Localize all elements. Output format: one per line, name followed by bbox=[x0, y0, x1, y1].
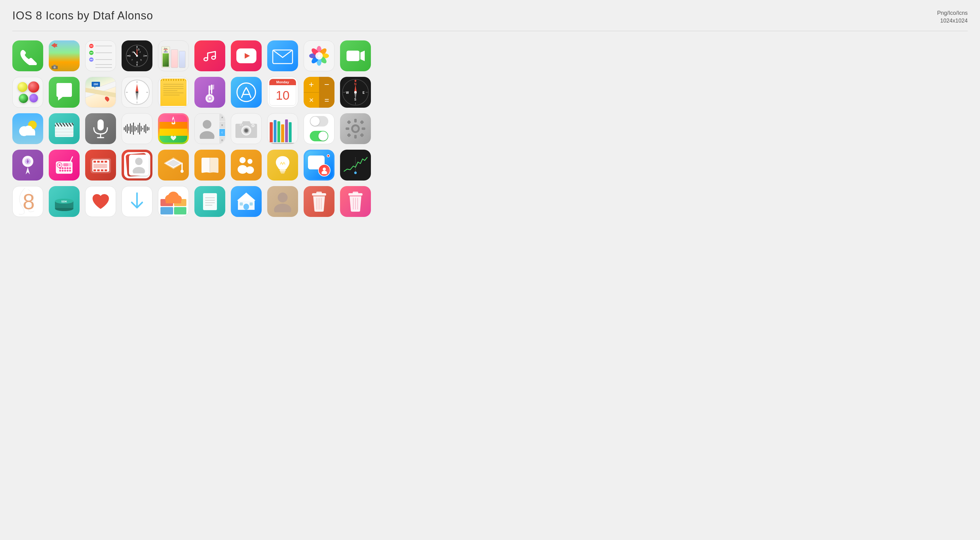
svg-rect-86 bbox=[127, 124, 128, 133]
svg-point-106 bbox=[245, 129, 248, 132]
camera-icon[interactable] bbox=[231, 113, 262, 144]
svg-point-109 bbox=[240, 124, 241, 126]
flash-cards-icon[interactable] bbox=[85, 150, 116, 180]
periscope-icon[interactable]: i bbox=[12, 150, 43, 180]
svg-text:2: 2 bbox=[140, 51, 141, 53]
books-icon[interactable] bbox=[194, 150, 225, 180]
svg-rect-164 bbox=[280, 169, 286, 171]
facetime-icon[interactable] bbox=[340, 40, 371, 71]
notes3-icon[interactable] bbox=[194, 186, 225, 217]
svg-marker-190 bbox=[237, 193, 256, 201]
mail-icon[interactable] bbox=[267, 40, 298, 71]
screen-sharing-icon[interactable] bbox=[304, 150, 334, 180]
svg-rect-96 bbox=[142, 128, 143, 130]
svg-rect-114 bbox=[354, 135, 357, 139]
cloud-photos-icon[interactable] bbox=[158, 186, 189, 217]
svg-rect-98 bbox=[145, 124, 146, 133]
health-icon[interactable] bbox=[158, 113, 189, 144]
tips-icon[interactable] bbox=[267, 150, 298, 180]
graduation-icon[interactable] bbox=[158, 150, 189, 180]
svg-point-170 bbox=[354, 172, 357, 174]
messages-icon[interactable] bbox=[49, 77, 80, 108]
svg-rect-192 bbox=[240, 202, 243, 205]
svg-rect-144 bbox=[97, 161, 100, 162]
svg-rect-116 bbox=[362, 127, 365, 130]
switch-control-icon[interactable] bbox=[304, 113, 334, 144]
svg-text:SDK: SDK bbox=[61, 200, 67, 203]
radio-icon[interactable] bbox=[49, 150, 80, 180]
maps-icon[interactable]: 280 A bbox=[85, 77, 116, 108]
svg-text:7: 7 bbox=[132, 59, 133, 61]
svg-text:i: i bbox=[27, 158, 29, 164]
svg-rect-115 bbox=[345, 127, 349, 130]
svg-rect-197 bbox=[316, 192, 322, 194]
youtube-icon[interactable] bbox=[231, 40, 262, 71]
svg-rect-46 bbox=[208, 86, 210, 96]
svg-point-195 bbox=[274, 204, 291, 212]
face-id-icon[interactable] bbox=[122, 150, 153, 180]
svg-rect-84 bbox=[124, 127, 125, 130]
stocks-icon[interactable] bbox=[340, 150, 371, 180]
music-icon[interactable] bbox=[194, 40, 225, 71]
svg-rect-92 bbox=[136, 127, 137, 130]
game-center2-icon[interactable] bbox=[12, 77, 43, 108]
newsstand2-icon[interactable] bbox=[267, 113, 298, 144]
svg-rect-183 bbox=[166, 199, 181, 203]
safari-icon[interactable] bbox=[122, 77, 153, 108]
header-divider bbox=[12, 31, 968, 31]
svg-rect-95 bbox=[141, 126, 142, 131]
download-icon[interactable] bbox=[122, 186, 153, 217]
icon-grid: 12 3 6 9 10 2 5 7 1 News bbox=[12, 40, 968, 217]
game-center-icon[interactable] bbox=[49, 40, 80, 71]
svg-point-138 bbox=[59, 164, 60, 166]
svg-text:E: E bbox=[363, 91, 365, 94]
trash1-icon[interactable] bbox=[304, 186, 334, 217]
contacts-icon[interactable]: A B C D bbox=[194, 113, 225, 144]
calendar-icon[interactable]: Monday 10 bbox=[267, 77, 298, 108]
trash2-icon[interactable] bbox=[340, 186, 371, 217]
svg-point-167 bbox=[323, 167, 326, 170]
svg-point-130 bbox=[64, 167, 66, 169]
phone-icon[interactable] bbox=[12, 40, 43, 71]
page-header: IOS 8 Icons by Dtaf Alonso Png/Ico/Icns … bbox=[12, 9, 968, 25]
calculator-icon[interactable]: + − × = bbox=[304, 77, 334, 108]
svg-point-101 bbox=[203, 120, 212, 129]
svg-rect-99 bbox=[147, 126, 148, 131]
shazam-icon[interactable] bbox=[122, 113, 153, 144]
user-profile-icon[interactable] bbox=[267, 186, 298, 217]
settings-icon[interactable] bbox=[340, 113, 371, 144]
svg-point-162 bbox=[247, 159, 252, 164]
family-sharing-icon[interactable] bbox=[231, 150, 262, 180]
svg-point-45 bbox=[209, 97, 211, 99]
ios8-icon[interactable]: 8 bbox=[12, 186, 43, 217]
svg-rect-143 bbox=[94, 161, 96, 162]
newsstand-icon[interactable]: News TRAVEL ART SPORTS bbox=[158, 40, 189, 71]
clock-icon[interactable]: 12 3 6 9 10 2 5 7 1 bbox=[122, 40, 153, 71]
svg-point-131 bbox=[67, 167, 68, 169]
notes-icon[interactable] bbox=[158, 77, 189, 108]
compass-icon[interactable]: N S W E bbox=[340, 77, 371, 108]
sdk-icon[interactable]: SDK SDK bbox=[49, 186, 80, 217]
svg-rect-81 bbox=[97, 119, 104, 131]
home-kit-icon[interactable] bbox=[231, 186, 262, 217]
voice-memos-icon[interactable] bbox=[85, 113, 116, 144]
svg-rect-151 bbox=[94, 164, 107, 168]
svg-point-108 bbox=[252, 125, 254, 126]
svg-rect-113 bbox=[354, 119, 357, 123]
svg-rect-150 bbox=[105, 169, 107, 171]
health-heart-icon[interactable] bbox=[85, 186, 116, 217]
reminders-icon[interactable] bbox=[85, 40, 116, 71]
svg-point-110 bbox=[242, 124, 243, 126]
svg-rect-3 bbox=[53, 65, 56, 66]
svg-rect-184 bbox=[203, 193, 217, 210]
app-store-icon[interactable] bbox=[231, 77, 262, 108]
svg-point-168 bbox=[321, 170, 327, 174]
svg-text:1: 1 bbox=[138, 48, 140, 51]
weather-icon[interactable] bbox=[12, 113, 43, 144]
videos-icon[interactable] bbox=[49, 113, 80, 144]
photos-icon[interactable] bbox=[304, 40, 334, 71]
itunes-icon[interactable] bbox=[194, 77, 225, 108]
svg-point-134 bbox=[69, 167, 71, 169]
icon-row-5: 8 SDK bbox=[12, 186, 968, 217]
svg-point-2 bbox=[54, 67, 56, 68]
